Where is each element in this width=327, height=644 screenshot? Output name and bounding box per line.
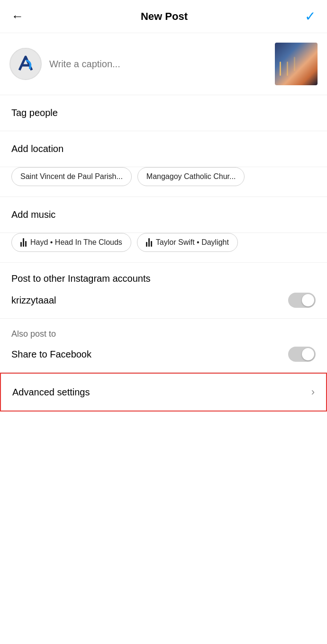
account-toggle[interactable]	[288, 293, 316, 308]
page-title: New Post	[141, 10, 188, 23]
facebook-toggle-row: Share to Facebook	[11, 347, 316, 362]
also-post-section: Also post to Share to Facebook	[0, 319, 327, 373]
confirm-button[interactable]: ✓	[305, 9, 316, 24]
add-location-label: Add location	[11, 143, 64, 154]
advanced-settings-label: Advanced settings	[12, 387, 90, 398]
music-chip-2[interactable]: Taylor Swift • Daylight	[137, 233, 238, 252]
location-chip-2[interactable]: Mangagoy Catholic Chur...	[137, 167, 245, 186]
account-label: krizzytaaal	[11, 295, 56, 306]
facebook-toggle[interactable]	[288, 347, 316, 362]
chevron-right-icon: ›	[311, 386, 315, 398]
caption-input[interactable]	[49, 59, 267, 70]
back-button[interactable]: ←	[11, 9, 24, 24]
bottom-space	[0, 411, 327, 506]
header: ← New Post ✓	[0, 0, 327, 33]
music-chip-2-label: Taylor Swift • Daylight	[156, 238, 229, 247]
add-music-row[interactable]: Add music	[0, 197, 327, 233]
post-to-other-title: Post to other Instagram accounts	[11, 273, 316, 284]
tag-people-label: Tag people	[11, 107, 58, 118]
advanced-settings-row[interactable]: Advanced settings ›	[0, 373, 327, 411]
also-post-title: Also post to	[11, 329, 316, 339]
music-chips-row: Hayd • Head In The Clouds Taylor Swift •…	[0, 233, 327, 263]
avatar	[9, 48, 42, 80]
add-music-label: Add music	[11, 209, 55, 220]
music-bars-icon-2	[146, 238, 152, 247]
svg-point-0	[14, 52, 37, 76]
location-chip-1[interactable]: Saint Vincent de Paul Parish...	[11, 167, 132, 186]
location-chips-row: Saint Vincent de Paul Parish... Mangagoy…	[0, 167, 327, 197]
music-bars-icon	[20, 238, 27, 247]
add-location-row[interactable]: Add location	[0, 131, 327, 167]
music-chip-1-label: Hayd • Head In The Clouds	[30, 238, 122, 247]
account-toggle-row: krizzytaaal	[11, 293, 316, 308]
post-to-other-section: Post to other Instagram accounts krizzyt…	[0, 263, 327, 319]
music-chip-1[interactable]: Hayd • Head In The Clouds	[11, 233, 131, 252]
caption-row	[0, 33, 327, 95]
post-thumbnail	[275, 43, 318, 85]
location-chip-2-label: Mangagoy Catholic Chur...	[146, 172, 236, 181]
facebook-label: Share to Facebook	[11, 349, 91, 360]
location-chip-1-label: Saint Vincent de Paul Parish...	[20, 172, 123, 181]
tag-people-row[interactable]: Tag people	[0, 95, 327, 131]
